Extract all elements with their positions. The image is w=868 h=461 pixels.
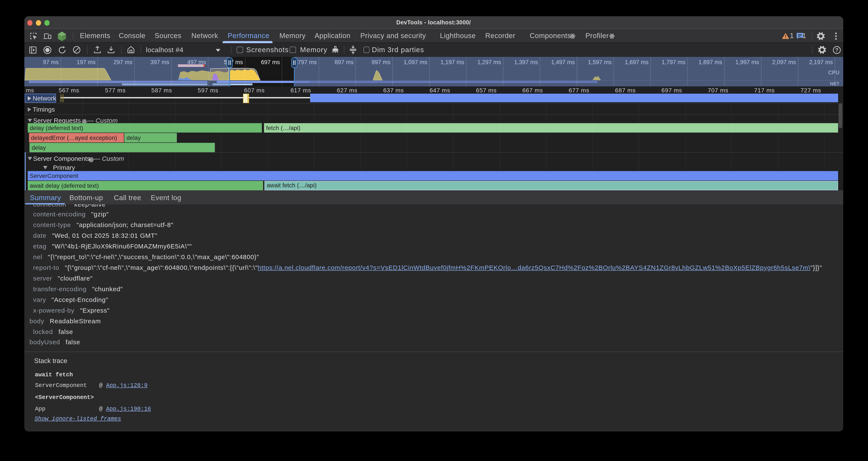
svg-text:1,397 ms: 1,397 ms [514,59,537,65]
svg-text:1,297 ms: 1,297 ms [477,59,501,65]
svg-text:2,197 ms: 2,197 ms [809,59,833,65]
svg-text:1,097 ms: 1,097 ms [403,59,427,65]
svg-text:997 ms: 997 ms [371,59,390,65]
svg-text:1,797 ms: 1,797 ms [661,59,685,65]
svg-text:197 ms: 197 ms [76,59,95,65]
svg-text:397 ms: 397 ms [150,59,169,65]
svg-text:1,997 ms: 1,997 ms [735,59,759,65]
svg-text:1,897 ms: 1,897 ms [698,59,722,65]
svg-text:697 ms: 697 ms [261,59,280,65]
svg-text:1,697 ms: 1,697 ms [624,59,648,65]
svg-text:897 ms: 897 ms [335,59,353,65]
svg-text:2,097 ms: 2,097 ms [772,59,796,65]
svg-text:1,197 ms: 1,197 ms [440,59,464,65]
svg-text:1,497 ms: 1,497 ms [551,59,575,65]
svg-text:NET: NET [830,81,839,86]
svg-text:297 ms: 297 ms [113,59,132,65]
svg-text:1,597 ms: 1,597 ms [588,59,612,65]
svg-text:CPU: CPU [828,69,839,75]
svg-text:?: ? [835,47,838,53]
svg-text:97 ms: 97 ms [43,59,59,65]
svg-text:497 ms: 497 ms [187,59,206,65]
svg-text:797 ms: 797 ms [298,59,316,65]
